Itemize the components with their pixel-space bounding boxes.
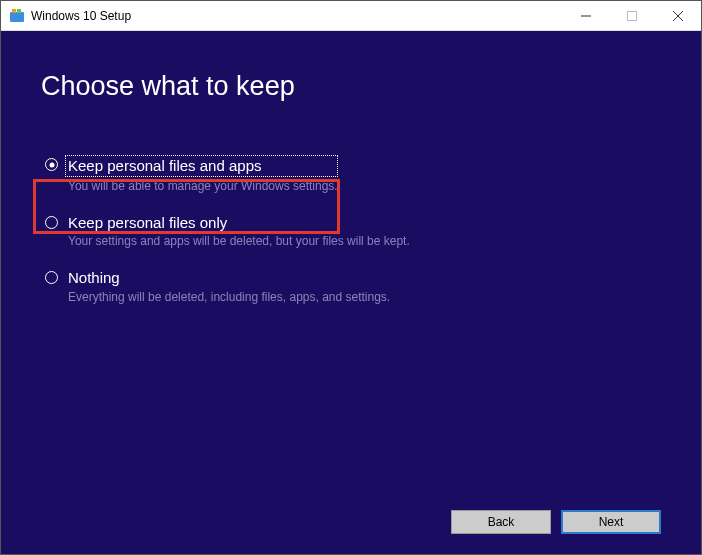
svg-rect-1 <box>12 9 16 13</box>
page-heading: Choose what to keep <box>41 71 661 102</box>
option-description: Everything will be deleted, including fi… <box>68 290 390 304</box>
minimize-button[interactable] <box>563 1 609 30</box>
svg-rect-4 <box>628 11 637 20</box>
option-label: Keep personal files only <box>68 213 410 233</box>
footer-buttons: Back Next <box>41 500 661 534</box>
radio-icon <box>45 271 58 284</box>
titlebar: Windows 10 Setup <box>1 1 701 31</box>
option-keep-files-only[interactable]: Keep personal files only Your settings a… <box>41 210 661 252</box>
back-button[interactable]: Back <box>451 510 551 534</box>
svg-rect-0 <box>10 12 24 22</box>
svg-rect-2 <box>17 9 21 13</box>
option-label: Nothing <box>68 268 390 288</box>
radio-icon <box>45 216 58 229</box>
option-description: Your settings and apps will be deleted, … <box>68 234 410 248</box>
option-nothing[interactable]: Nothing Everything will be deleted, incl… <box>41 265 661 307</box>
option-text: Keep personal files only Your settings a… <box>68 213 410 249</box>
setup-window: Windows 10 Setup Choose what to keep Kee… <box>0 0 702 555</box>
option-text: Nothing Everything will be deleted, incl… <box>68 268 390 304</box>
window-title: Windows 10 Setup <box>31 9 563 23</box>
maximize-button <box>609 1 655 30</box>
next-button[interactable]: Next <box>561 510 661 534</box>
setup-icon <box>9 8 25 24</box>
content-area: Choose what to keep Keep personal files … <box>1 31 701 554</box>
option-label: Keep personal files and apps <box>65 155 338 177</box>
option-description: You will be able to manage your Windows … <box>68 179 338 193</box>
window-controls <box>563 1 701 30</box>
option-keep-files-apps[interactable]: Keep personal files and apps You will be… <box>41 152 661 196</box>
close-button[interactable] <box>655 1 701 30</box>
radio-icon <box>45 158 58 171</box>
option-text: Keep personal files and apps You will be… <box>68 155 338 193</box>
